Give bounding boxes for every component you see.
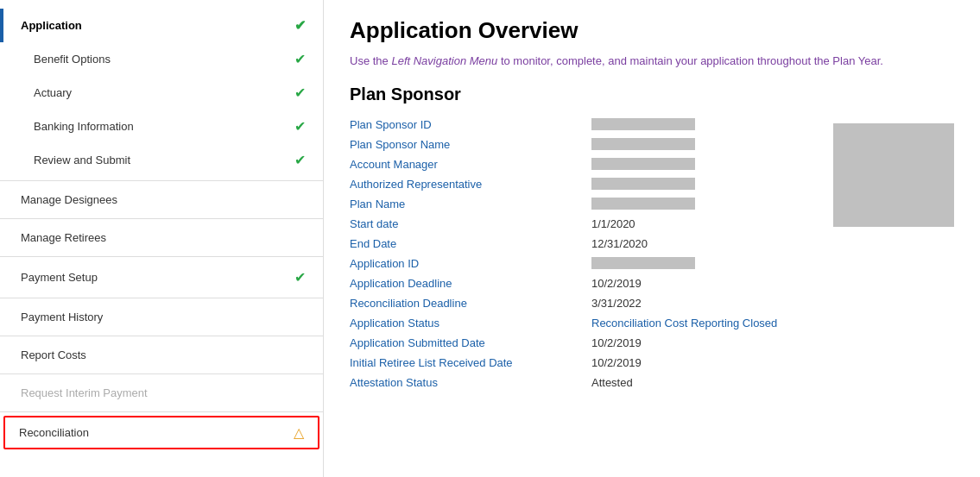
field-value: 1/1/2020 bbox=[591, 217, 635, 230]
field-value-blurred bbox=[591, 118, 695, 130]
info-text: Use the Left Navigation Menu to monitor,… bbox=[350, 54, 954, 67]
sidebar-item-report-costs[interactable]: Report Costs bbox=[0, 340, 323, 370]
field-label: End Date bbox=[350, 237, 591, 250]
field-label: Plan Sponsor Name bbox=[350, 138, 591, 151]
field-label: Account Manager bbox=[350, 158, 591, 171]
check-icon-payment-setup: ✔ bbox=[294, 269, 306, 286]
sidebar-item-payment-history[interactable]: Payment History bbox=[0, 302, 323, 332]
field-row: Plan Name bbox=[350, 194, 816, 214]
sidebar-item-payment-history-label: Payment History bbox=[21, 311, 306, 323]
sidebar-item-manage-designees[interactable]: Manage Designees bbox=[0, 185, 323, 215]
field-row: Plan Sponsor ID bbox=[350, 115, 816, 135]
field-value-blurred bbox=[591, 158, 695, 170]
field-row: Authorized Representative bbox=[350, 174, 816, 194]
field-row: Account Manager bbox=[350, 154, 816, 174]
field-label: Authorized Representative bbox=[350, 178, 591, 191]
sidebar-item-review-and-submit-label: Review and Submit bbox=[34, 154, 294, 166]
divider-4 bbox=[0, 298, 323, 298]
sponsor-image-placeholder bbox=[833, 123, 954, 227]
field-row: Start date1/1/2020 bbox=[350, 214, 816, 234]
divider-3 bbox=[0, 256, 323, 257]
sidebar-item-report-costs-label: Report Costs bbox=[21, 348, 306, 361]
sidebar: Application ✔ Benefit Options ✔ Actuary … bbox=[0, 0, 324, 477]
field-row: End Date12/31/2020 bbox=[350, 234, 816, 254]
sidebar-item-payment-setup-label: Payment Setup bbox=[21, 271, 294, 284]
page-title: Application Overview bbox=[350, 17, 954, 44]
field-label: Start date bbox=[350, 217, 591, 230]
sidebar-item-benefit-options[interactable]: Benefit Options ✔ bbox=[0, 42, 323, 76]
sidebar-item-banking-information[interactable]: Banking Information ✔ bbox=[0, 110, 323, 143]
divider-1 bbox=[0, 180, 323, 181]
field-row: Reconciliation Deadline3/31/2022 bbox=[350, 293, 816, 313]
sidebar-item-actuary-label: Actuary bbox=[34, 86, 294, 99]
field-row: Application Deadline10/2/2019 bbox=[350, 273, 816, 293]
field-row: Application StatusReconciliation Cost Re… bbox=[350, 313, 816, 333]
check-icon-application: ✔ bbox=[294, 17, 306, 34]
field-value: Reconciliation Cost Reporting Closed bbox=[591, 317, 777, 330]
check-icon-banking: ✔ bbox=[294, 118, 306, 135]
divider-6 bbox=[0, 373, 323, 374]
field-value-blurred bbox=[591, 198, 695, 210]
sidebar-item-payment-setup[interactable]: Payment Setup ✔ bbox=[0, 260, 323, 294]
info-text-link: Left Navigation Menu bbox=[391, 54, 497, 67]
sidebar-item-request-interim-payment: Request Interim Payment bbox=[0, 378, 323, 408]
check-icon-review: ✔ bbox=[294, 152, 306, 168]
field-row: Attestation StatusAttested bbox=[350, 373, 816, 392]
field-label: Reconciliation Deadline bbox=[350, 297, 591, 310]
field-value: 3/31/2022 bbox=[591, 297, 642, 310]
check-icon-actuary: ✔ bbox=[294, 85, 306, 101]
field-label: Application ID bbox=[350, 257, 591, 270]
field-value-blurred bbox=[591, 138, 695, 150]
sidebar-item-review-and-submit[interactable]: Review and Submit ✔ bbox=[0, 143, 323, 177]
sidebar-item-benefit-options-label: Benefit Options bbox=[34, 53, 294, 66]
field-row: Plan Sponsor Name bbox=[350, 135, 816, 154]
content-row: Plan Sponsor ID Plan Sponsor Name Accoun… bbox=[350, 115, 954, 392]
sidebar-item-banking-information-label: Banking Information bbox=[34, 120, 294, 133]
field-label: Application Deadline bbox=[350, 277, 591, 290]
info-text-suffix: to monitor, complete, and maintain your … bbox=[497, 54, 883, 67]
sidebar-item-application-label: Application bbox=[21, 19, 294, 32]
fields-section: Plan Sponsor ID Plan Sponsor Name Accoun… bbox=[350, 115, 816, 392]
sidebar-item-manage-designees-label: Manage Designees bbox=[21, 193, 306, 206]
warn-icon-reconciliation: △ bbox=[294, 424, 304, 441]
field-value: 10/2/2019 bbox=[591, 336, 642, 349]
field-label: Application Status bbox=[350, 317, 591, 330]
main-content: Application Overview Use the Left Naviga… bbox=[324, 0, 980, 477]
field-value: 10/2/2019 bbox=[591, 356, 642, 369]
sidebar-item-manage-retirees[interactable]: Manage Retirees bbox=[0, 223, 323, 253]
field-row: Initial Retiree List Received Date10/2/2… bbox=[350, 353, 816, 373]
sidebar-item-reconciliation-label: Reconciliation bbox=[19, 426, 294, 439]
field-label: Initial Retiree List Received Date bbox=[350, 356, 591, 369]
sidebar-item-reconciliation[interactable]: Reconciliation △ bbox=[3, 416, 319, 449]
field-label: Plan Name bbox=[350, 198, 591, 210]
field-value: Attested bbox=[591, 376, 633, 389]
sidebar-item-request-interim-payment-label: Request Interim Payment bbox=[21, 386, 306, 399]
sidebar-item-manage-retirees-label: Manage Retirees bbox=[21, 231, 306, 244]
info-text-prefix: Use the bbox=[350, 54, 391, 67]
field-label: Application Submitted Date bbox=[350, 336, 591, 349]
divider-5 bbox=[0, 336, 323, 336]
section-title: Plan Sponsor bbox=[350, 85, 954, 104]
field-value-blurred bbox=[591, 257, 695, 269]
field-row: Application Submitted Date10/2/2019 bbox=[350, 333, 816, 353]
divider-7 bbox=[0, 411, 323, 412]
divider-2 bbox=[0, 218, 323, 219]
sidebar-item-actuary[interactable]: Actuary ✔ bbox=[0, 76, 323, 110]
field-value: 12/31/2020 bbox=[591, 237, 648, 250]
check-icon-benefit-options: ✔ bbox=[294, 51, 306, 67]
field-value-blurred bbox=[591, 178, 695, 190]
field-label: Attestation Status bbox=[350, 376, 591, 389]
field-label: Plan Sponsor ID bbox=[350, 118, 591, 131]
field-row: Application ID bbox=[350, 254, 816, 273]
field-value: 10/2/2019 bbox=[591, 277, 642, 290]
sidebar-item-application[interactable]: Application ✔ bbox=[0, 9, 323, 42]
